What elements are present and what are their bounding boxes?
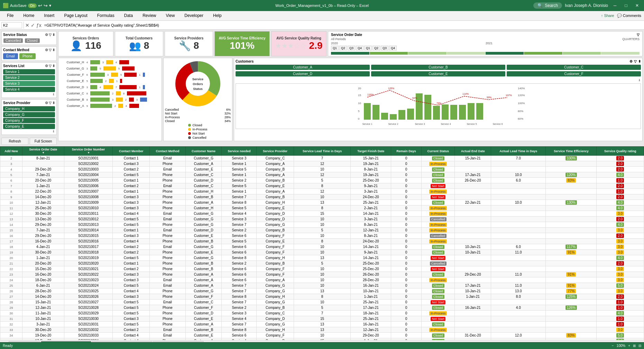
zoom-out-icon[interactable]: − (612, 344, 614, 348)
filter-icon-number[interactable]: ▾ (88, 151, 89, 154)
close-button[interactable]: ✕ (633, 1, 641, 10)
services-settings-icon[interactable]: ⚙ (45, 64, 48, 68)
provider-item-e[interactable]: Company_E (3, 124, 55, 129)
status-chip-cancelled[interactable]: Cancelled (3, 38, 23, 43)
col-contact-member[interactable]: Contact Member (113, 147, 150, 156)
cell-reference[interactable] (1, 22, 22, 28)
service-status-scroll-icon[interactable]: ⬍ (52, 33, 55, 37)
customers-filter-icon[interactable]: ▽ (634, 59, 637, 63)
autosave-toggle[interactable]: On (28, 3, 37, 8)
undo-icon[interactable]: ↩ (38, 3, 42, 8)
provider-scroll-icon[interactable]: ⬍ (52, 101, 55, 105)
col-service-needed[interactable]: Service needed (222, 147, 257, 156)
col-service-provider[interactable]: Service Provider (257, 147, 294, 156)
services-scroll-icon[interactable]: ⬍ (52, 64, 55, 68)
services-scroll-more[interactable]: ⬇ (3, 93, 55, 96)
add-new-label[interactable]: Add New (4, 149, 18, 153)
comments-button[interactable]: 💬 Comments (617, 13, 641, 18)
service-item-3[interactable]: Service 3 (3, 81, 55, 86)
tab-help[interactable]: Help (209, 12, 226, 20)
col-actual-lead-time[interactable]: Actual Lead Time in Days (491, 147, 546, 156)
tab-view[interactable]: View (162, 12, 179, 20)
col-actual-end-date[interactable]: Actual End Date (455, 147, 491, 156)
col-service-order-number[interactable]: Service Order Number ▾ (64, 147, 112, 156)
contact-settings-icon[interactable]: ⚙ (45, 48, 48, 52)
email-button[interactable]: Email (3, 53, 18, 59)
q1-2020-btn[interactable]: Q1 (331, 46, 339, 50)
redo-icon[interactable]: ↪ (44, 3, 48, 8)
service-status-filter-icon[interactable]: ▽ (49, 33, 52, 37)
customer-chip-b[interactable]: Customer_B (371, 65, 505, 70)
services-filter-icon[interactable]: ▽ (49, 64, 52, 68)
filter-icon-date[interactable]: ▾ (43, 151, 44, 154)
customer-chip-e[interactable]: Customer_E (371, 71, 505, 76)
tab-formulas[interactable]: Formulas (93, 12, 119, 20)
col-service-order-date[interactable]: Service Order Date ▾ (22, 147, 64, 156)
table-cell: 1-Jan-21 (22, 183, 64, 189)
customer-chip-a[interactable]: Customer_A (236, 65, 370, 70)
service-status-settings-icon[interactable]: ⚙ (45, 33, 48, 37)
customers-scroll-icon[interactable]: ⬍ (638, 59, 641, 63)
q2-2020-btn[interactable]: Q2 (339, 46, 347, 50)
table-row: 620-Dec-20SO20210005Contact 1PhoneCustom… (0, 178, 644, 183)
q1-2021-btn[interactable]: Q1 (364, 46, 372, 50)
view-normal-icon[interactable]: ⊞ (633, 344, 636, 348)
tab-insert[interactable]: Insert (40, 12, 58, 20)
restore-button[interactable]: □ (622, 1, 630, 10)
contact-scroll-icon[interactable]: ⬍ (52, 48, 55, 52)
col-current-status[interactable]: Current Status (422, 147, 455, 156)
q4-2021-btn[interactable]: Q4 (389, 46, 397, 50)
refresh-button[interactable]: Refresh (1, 138, 28, 145)
tab-home[interactable]: Home (19, 12, 38, 20)
provider-settings-icon[interactable]: ⚙ (45, 101, 48, 105)
col-quality[interactable]: Service Quality rating (597, 147, 644, 156)
all-periods-label[interactable]: All Periods (331, 37, 346, 41)
table-cell: 1.0 (597, 305, 644, 311)
customer-chip-d[interactable]: Customer_D (236, 71, 370, 76)
q3-2020-btn[interactable]: Q3 (348, 46, 355, 50)
formula-input[interactable] (43, 23, 643, 27)
share-button[interactable]: ↑ Share (601, 13, 614, 18)
customer-chip-c[interactable]: Customer_C (507, 65, 641, 70)
tab-developer[interactable]: Developer (180, 12, 208, 20)
tab-review[interactable]: Review (138, 12, 160, 20)
col-target-finish[interactable]: Target Finish Date (351, 147, 391, 156)
minimize-button[interactable]: ─ (611, 1, 619, 10)
provider-filter-icon[interactable]: ▽ (49, 101, 52, 105)
service-item-1[interactable]: Service 1 (3, 69, 55, 74)
tab-data[interactable]: Data (120, 12, 137, 20)
col-add-new[interactable]: Add New (0, 147, 22, 156)
search-box-container[interactable]: 🔍 Search (533, 2, 562, 9)
col-customer-name[interactable]: Customer Name (185, 147, 222, 156)
customers-scroll-more[interactable]: ⬇ (236, 78, 641, 82)
service-item-4[interactable]: Service 4 (3, 87, 55, 92)
service-item-2[interactable]: Service 2 (3, 75, 55, 80)
col-efficiency[interactable]: Service Time Efficiency (546, 147, 597, 156)
provider-item-h[interactable]: Company_H (3, 106, 55, 111)
zoom-in-icon[interactable]: + (628, 344, 630, 348)
q2-2021-btn[interactable]: Q2 (372, 46, 380, 50)
col-remain-days[interactable]: Remain Days (391, 147, 422, 156)
q3-2021-btn[interactable]: Q3 (381, 46, 388, 50)
q4-2020-btn[interactable]: Q4 (356, 46, 364, 50)
tab-file[interactable]: File (3, 12, 18, 20)
contact-filter-icon[interactable]: ▽ (49, 48, 52, 52)
insert-function-icon[interactable]: ƒx (36, 22, 42, 28)
customers-settings-icon[interactable]: ⚙ (629, 59, 633, 63)
more-icon[interactable]: ▾ (49, 3, 51, 8)
status-chip-closed[interactable]: Closed (25, 38, 40, 43)
phone-button[interactable]: Phone (19, 53, 36, 59)
col-lead-time[interactable]: Service Lead Time in Days (294, 147, 350, 156)
provider-scroll-more[interactable]: ⬇ (3, 130, 55, 133)
col-contact-method[interactable]: Contact Method (150, 147, 185, 156)
provider-item-g[interactable]: Company_G (3, 112, 55, 117)
fullscreen-button[interactable]: Full Screen (30, 138, 57, 145)
data-table-area[interactable]: Add New Service Order Date ▾ Service Ord… (0, 146, 644, 340)
confirm-formula-icon[interactable]: ✓ (31, 22, 35, 28)
provider-item-f[interactable]: Company_F (3, 118, 55, 123)
customer-chip-f[interactable]: Customer_F (507, 71, 641, 76)
cancel-formula-icon[interactable]: ✕ (25, 22, 29, 28)
date-filter-icon[interactable]: ▽ (637, 33, 640, 37)
view-page-icon[interactable]: ⊟ (638, 344, 641, 348)
tab-page-layout[interactable]: Page Layout (60, 12, 91, 20)
